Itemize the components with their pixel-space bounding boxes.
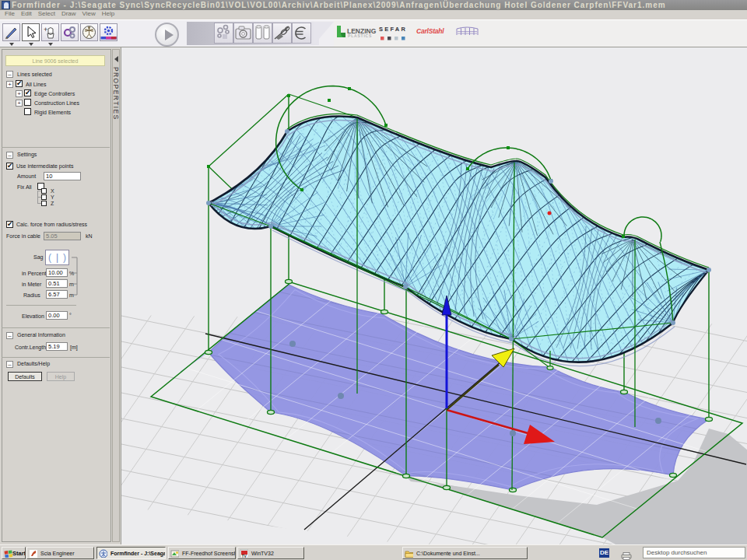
svg-text:TV: TV [242,554,247,558]
svg-text:+: + [44,26,47,33]
